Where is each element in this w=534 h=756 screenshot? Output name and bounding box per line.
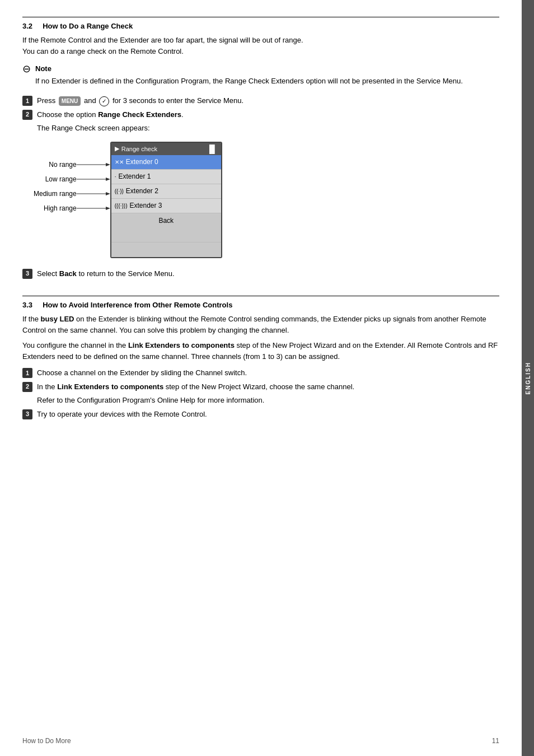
step-3: 3 Select Back to return to the Service M… — [22, 268, 499, 279]
section-32-body: If the Remote Control and the Extender a… — [22, 35, 499, 57]
menu-key: MENU — [59, 96, 81, 106]
note-icon: ⊖ — [22, 63, 31, 75]
svg-marker-3 — [106, 178, 110, 181]
section-32-header: 3.2 How to Do a Range Check — [22, 17, 499, 30]
label-no-range: No range — [34, 157, 77, 172]
extender-1-label: Extender 1 — [119, 172, 151, 180]
section-33-body2-pre: You configure the channel in the — [22, 341, 128, 349]
step-2-pre: Choose the option — [37, 110, 98, 119]
side-tab-text: ENGLISH — [525, 362, 531, 394]
step-33-2: 2 In the Link Extenders to components st… — [22, 381, 499, 393]
screen-row-3: (((·))) Extender 3 — [111, 199, 221, 213]
note-title: Note — [35, 63, 463, 74]
section-33-body1-pre: If the — [22, 315, 41, 323]
step-33-1-number: 1 — [22, 368, 32, 378]
step-1-text: Press MENU and ✓ for 3 seconds to enter … — [37, 95, 499, 106]
label-high-range: High range — [34, 201, 77, 216]
step-2-bold: Range Check Extenders — [98, 110, 181, 119]
step-1-and: and — [84, 96, 96, 105]
section-32-title: 3.2 How to Do a Range Check — [22, 22, 133, 30]
step-33-2-bold: Link Extenders to components — [57, 382, 163, 391]
medium-range-icon: ((·)) — [115, 188, 124, 194]
battery-icon: ▐▌ — [207, 144, 218, 153]
screen-mockup: ▶ Range check ▐▌ ✕✕ Extender 0 · Extende… — [110, 142, 222, 258]
step-33-3-text: Try to operate your devices with the Rem… — [37, 409, 499, 420]
step-1-press: Press — [37, 96, 55, 105]
screen-empty-2 — [111, 242, 221, 257]
screen-title-row: ▶ Range check — [115, 145, 157, 152]
language-tab: ENGLISH — [522, 0, 534, 756]
step-33-3: 3 Try to operate your devices with the R… — [22, 409, 499, 420]
step-33-2-number: 2 — [22, 382, 32, 392]
screen-empty-1 — [111, 228, 221, 242]
section-33-body: If the busy LED on the Extender is blink… — [22, 314, 499, 362]
step-2-text: Choose the option Range Check Extenders. — [37, 109, 499, 120]
step-2-period: . — [181, 110, 184, 119]
section-32-body2: You can do a range check on the Remote C… — [22, 46, 499, 57]
svg-marker-1 — [106, 163, 110, 166]
svg-marker-5 — [106, 192, 110, 195]
section-33-number: 3.3 — [22, 301, 32, 309]
step-33-1-text: Choose a channel on the Extender by slid… — [37, 367, 499, 379]
label-low-range: Low range — [34, 172, 77, 186]
section-32-number: 3.2 — [22, 22, 32, 30]
section-33-body1-post: on the Extender is blinking without the … — [22, 315, 486, 334]
section-32-title-text: How to Do a Range Check — [43, 22, 133, 30]
section-33-body2-bold: Link Extenders to components — [128, 341, 235, 349]
check-key: ✓ — [99, 96, 109, 106]
high-range-icon: (((·))) — [115, 203, 128, 209]
section-33-title-text: How to Avoid Interference from Other Rem… — [43, 301, 232, 309]
screen-row-1: · Extender 1 — [111, 170, 221, 184]
step-1-main: for 3 seconds to enter the Service Menu. — [113, 96, 243, 105]
screen-title-text: Range check — [121, 146, 157, 152]
section-33-body1-bold: busy LED — [41, 315, 74, 323]
section-32: 3.2 How to Do a Range Check If the Remot… — [22, 17, 499, 279]
low-range-icon: · — [115, 174, 116, 180]
step-1: 1 Press MENU and ✓ for 3 seconds to ente… — [22, 95, 499, 106]
section-33-para2: You configure the channel in the Link Ex… — [22, 340, 499, 362]
label-medium-range: Medium range — [34, 186, 77, 201]
cursor-icon: ▶ — [115, 145, 119, 152]
step-33-1: 1 Choose a channel on the Extender by sl… — [22, 367, 499, 379]
extender-3-label: Extender 3 — [129, 202, 162, 209]
section-33: 3.3 How to Avoid Interference from Other… — [22, 296, 499, 419]
step-33-2-post: step of the New Project Wizard, choose t… — [163, 382, 354, 391]
screen-row-0: ✕✕ Extender 0 — [111, 155, 221, 170]
step-2-subtext: The Range Check screen appears: — [37, 123, 499, 134]
screen-header: ▶ Range check ▐▌ — [111, 143, 221, 155]
note-body-text: If no Extender is defined in the Configu… — [35, 76, 463, 87]
screen-back-row: Back — [111, 213, 221, 228]
note-content: Note If no Extender is defined in the Co… — [35, 63, 463, 86]
svg-marker-7 — [106, 207, 110, 210]
step-1-number: 1 — [22, 96, 32, 106]
step-33-2-subtext: Refer to the Configuration Program's Onl… — [37, 395, 499, 406]
step-33-2-pre: In the — [37, 382, 57, 391]
extender-2-label: Extender 2 — [126, 187, 158, 195]
step-33-2-text: In the Link Extenders to components step… — [37, 381, 499, 393]
extender-0-label: Extender 0 — [126, 158, 158, 166]
range-check-diagram: No range Low range Medium range High ran… — [34, 142, 499, 258]
diagram-labels: No range Low range Medium range High ran… — [34, 142, 77, 216]
section-32-body1: If the Remote Control and the Extender a… — [22, 35, 499, 46]
step-33-3-number: 3 — [22, 409, 32, 419]
section-33-para1: If the busy LED on the Extender is blink… — [22, 314, 499, 335]
step-3-pre: Select — [37, 269, 59, 278]
no-range-icon: ✕✕ — [115, 159, 124, 165]
step-3-rest: to return to the Service Menu. — [77, 269, 175, 278]
footer-left: How to Do More — [22, 737, 71, 745]
step-3-number: 3 — [22, 269, 32, 279]
step-2-number: 2 — [22, 110, 32, 120]
step-2: 2 Choose the option Range Check Extender… — [22, 109, 499, 120]
page-footer: How to Do More 11 — [22, 737, 499, 745]
screen-back-text: Back — [158, 217, 174, 225]
section-33-header: 3.3 How to Avoid Interference from Other… — [22, 296, 499, 309]
note-box: ⊖ Note If no Extender is defined in the … — [22, 63, 499, 86]
step-3-text: Select Back to return to the Service Men… — [37, 268, 499, 279]
connector-arrows — [77, 157, 110, 216]
footer-right: 11 — [492, 737, 499, 745]
step-3-bold: Back — [59, 269, 77, 278]
screen-row-2: ((·)) Extender 2 — [111, 184, 221, 199]
section-33-title: 3.3 How to Avoid Interference from Other… — [22, 301, 232, 309]
